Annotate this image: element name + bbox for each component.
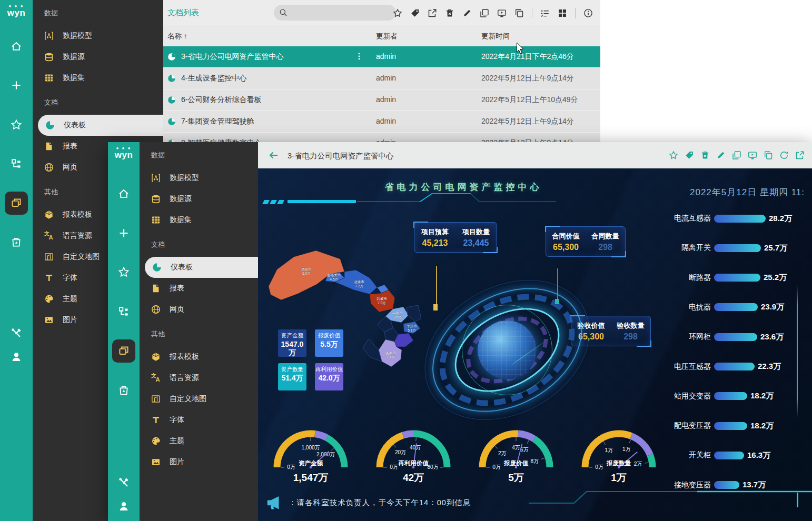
- data-model-icon: [151, 173, 161, 183]
- page-title: 文档列表: [167, 8, 199, 18]
- bar-row: 电流互感器28.2万: [627, 213, 792, 224]
- bar: [714, 303, 758, 311]
- sidebar-item-data-model[interactable]: 数据模型: [140, 167, 258, 188]
- bar-label: 电压互感器: [627, 362, 711, 372]
- theme-icon: [44, 294, 54, 304]
- column-header-name[interactable]: 名称 ↑: [167, 32, 187, 41]
- template-icon: [151, 352, 161, 362]
- bar: [714, 274, 760, 282]
- rail-item-favorites[interactable]: [5, 113, 28, 136]
- duplicate-button[interactable]: [732, 151, 741, 160]
- sidebar-item-dashboard[interactable]: 仪表板: [38, 115, 163, 136]
- sidebar-item-custom-map[interactable]: 自定义地图: [140, 388, 258, 409]
- sidebar-item-label: 主题: [170, 436, 184, 446]
- grid-view-icon: [558, 8, 567, 18]
- column-header-updater[interactable]: 更新者: [376, 32, 398, 41]
- document-row[interactable]: 6-公司财务分析综合看板admin2022年5月12日上午10点49分: [163, 89, 600, 111]
- viewer-title: 3-省电力公司电网资产监管中心: [288, 151, 393, 161]
- column-header-updated[interactable]: 更新时间: [481, 32, 510, 41]
- categories-icon: [11, 158, 22, 169]
- preview-button[interactable]: [748, 151, 757, 160]
- open-button[interactable]: [428, 8, 437, 18]
- info-button[interactable]: [583, 8, 593, 18]
- kpi-tile: 报废价值 5.5万: [315, 329, 343, 357]
- preview-button[interactable]: [497, 8, 507, 18]
- document-row[interactable]: 3-省电力公司电网资产监管中心admin2022年4月21日下午2点46分: [163, 46, 600, 68]
- sidebar-item-label: 仪表板: [64, 121, 86, 130]
- svg-text:0万: 0万: [390, 464, 398, 470]
- edit-button[interactable]: [716, 151, 726, 160]
- rail-item-documents[interactable]: [5, 192, 28, 215]
- document-row[interactable]: 4-生成设备监控中心admin2022年5月12日上午9点14分: [163, 68, 600, 89]
- sidebar-item-label: 图片: [63, 315, 77, 325]
- search-input[interactable]: [274, 5, 396, 21]
- duplicate-button[interactable]: [480, 8, 489, 18]
- rail-item-recycle-bin[interactable]: [5, 231, 28, 254]
- sidebar-item-report[interactable]: 报表: [140, 278, 258, 299]
- sidebar-item-label: 数据集: [170, 215, 192, 225]
- delete-button[interactable]: [700, 151, 710, 160]
- row-menu-button[interactable]: [355, 52, 363, 61]
- image-icon: [151, 457, 161, 467]
- wyn-logo: ● ● ● wyn: [0, 4, 33, 18]
- copy-button[interactable]: [514, 8, 524, 18]
- rail-item-admin-tools[interactable]: [112, 471, 135, 494]
- map-region-label: 白银市2.5万: [392, 311, 403, 319]
- sidebar-item-image[interactable]: 图片: [140, 452, 258, 473]
- documents-icon: [118, 345, 130, 357]
- sidebar-item-data-model[interactable]: 数据模型: [33, 25, 163, 46]
- document-row[interactable]: 7-集团资金管理驾驶舱admin2022年5月12日上午9点14分: [163, 111, 600, 133]
- rail-item-categories[interactable]: [112, 300, 135, 323]
- sidebar-item-dataset[interactable]: 数据集: [140, 209, 258, 231]
- edit-button[interactable]: [462, 8, 472, 18]
- sidebar-item-data-source[interactable]: 数据源: [140, 188, 258, 209]
- menu-section-label: 数据: [151, 151, 165, 160]
- rail-item-recycle-bin[interactable]: [112, 379, 135, 402]
- sidebar-item-dataset[interactable]: 数据集: [33, 67, 163, 88]
- rail-item-create[interactable]: [112, 222, 135, 245]
- rail-item-account[interactable]: [112, 495, 135, 518]
- logo-dots: ● ● ●: [108, 146, 140, 150]
- bar: [714, 215, 766, 223]
- kpi-tile: 再利用价值 42.0万: [315, 363, 343, 390]
- menu-section-label: 文档: [44, 98, 58, 107]
- delete-button[interactable]: [445, 8, 454, 18]
- sidebar-item-dashboard[interactable]: 仪表板: [145, 257, 258, 278]
- bar-label: 电抗器: [627, 303, 711, 312]
- tile-value: 42.0万: [315, 374, 343, 383]
- svg-text:4万: 4万: [512, 445, 520, 450]
- sidebar-item-webpage[interactable]: 网页: [140, 299, 258, 320]
- open-button[interactable]: [795, 151, 805, 160]
- logo-dots: ● ● ●: [0, 4, 33, 8]
- refresh-button[interactable]: [779, 151, 789, 160]
- sidebar-item-font[interactable]: 字体: [140, 409, 258, 430]
- gauge-gauge_asset_amount: 0万1,000万2,000万资产金额1,547万: [261, 418, 361, 486]
- rail-item-favorites[interactable]: [112, 260, 135, 284]
- favorite-button[interactable]: [393, 8, 402, 18]
- list-view-icon: [540, 8, 550, 18]
- sidebar-item-theme[interactable]: 主题: [140, 430, 258, 452]
- stat-value: 45,213: [421, 238, 449, 248]
- rail-item-home[interactable]: [112, 182, 135, 205]
- copy-button[interactable]: [764, 151, 773, 160]
- bar-label: 隔离开关: [627, 243, 711, 253]
- list-view-button[interactable]: [540, 8, 550, 18]
- dashboard-icon: [45, 121, 55, 130]
- sidebar-item-template[interactable]: 报表模板: [140, 346, 258, 367]
- info-icon: [583, 8, 593, 18]
- sidebar-item-language[interactable]: 文A语言资源: [140, 367, 258, 388]
- language-icon: 文A: [151, 373, 161, 383]
- rail-item-admin-tools[interactable]: [5, 322, 28, 345]
- favorite-button[interactable]: [669, 151, 678, 160]
- rail-item-create[interactable]: [5, 74, 28, 97]
- rail-item-categories[interactable]: [5, 152, 28, 175]
- grid-view-button[interactable]: [558, 8, 567, 18]
- sidebar-item-data-source[interactable]: 数据源: [33, 46, 163, 67]
- tag-button[interactable]: [410, 8, 420, 18]
- back-button[interactable]: [269, 150, 279, 161]
- tag-button[interactable]: [685, 151, 694, 160]
- rail-item-documents[interactable]: [112, 339, 135, 363]
- rail-item-account[interactable]: [5, 345, 28, 368]
- announcement-icon: [265, 495, 281, 510]
- rail-item-home[interactable]: [5, 35, 28, 58]
